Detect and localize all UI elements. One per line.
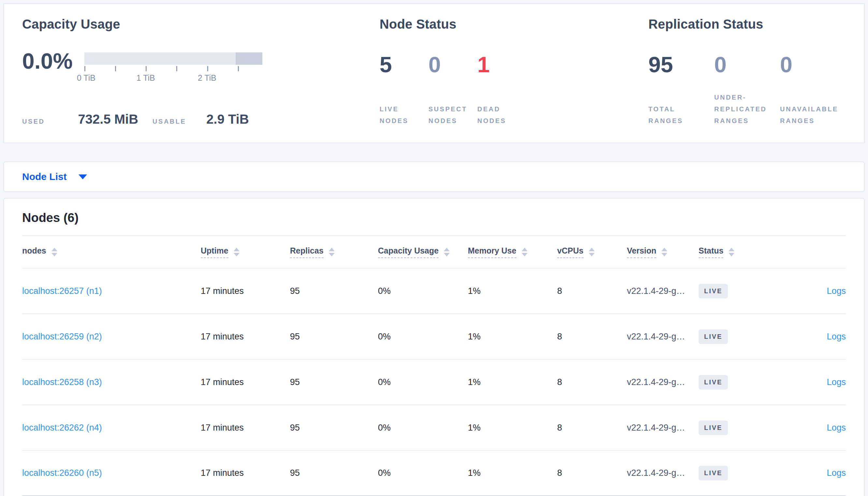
node-status-section: Node Status 5 LIVE NODES 0 SUSPECT NODES… — [379, 17, 648, 142]
sort-icon[interactable] — [661, 248, 667, 257]
sort-icon[interactable] — [444, 248, 450, 257]
status-badge: LIVE — [699, 420, 728, 435]
replicas-cell: 95 — [290, 405, 378, 450]
capacity-usage-cell: 0% — [378, 314, 468, 359]
unavailable-ranges-value: 0 — [780, 52, 846, 77]
nodes-table-card: Nodes (6) nodes Uptime Replicas Capacity… — [3, 198, 865, 496]
under-replicated-ranges-value: 0 — [714, 52, 780, 77]
suspect-nodes-value: 0 — [429, 52, 477, 77]
under-replicated-ranges-label: UNDER-REPLICATED RANGES — [714, 91, 780, 127]
logs-link[interactable]: Logs — [827, 468, 846, 478]
tick-label: 0 TiB — [77, 73, 95, 83]
column-header-vcpus[interactable]: vCPUs — [557, 236, 627, 268]
capacity-usage-cell: 0% — [378, 268, 468, 314]
uptime-cell: 17 minutes — [201, 268, 290, 314]
node-list-dropdown-label[interactable]: Node List — [22, 171, 67, 182]
total-ranges-value: 95 — [648, 52, 714, 77]
live-nodes-value: 5 — [379, 52, 429, 77]
column-header-version[interactable]: Version — [627, 236, 699, 268]
memory-use-cell: 1% — [468, 359, 557, 405]
node-status-title: Node Status — [379, 17, 648, 32]
usable-value: 2.9 TiB — [206, 112, 249, 127]
node-link[interactable]: localhost:26262 (n4) — [22, 423, 102, 433]
replication-status-title: Replication Status — [648, 17, 846, 32]
memory-use-cell: 1% — [468, 450, 557, 496]
node-list-dropdown[interactable]: Node List — [3, 161, 865, 192]
live-nodes-stat: 5 LIVE NODES — [379, 52, 429, 127]
capacity-used-row: USED 732.5 MiB USABLE 2.9 TiB — [22, 112, 379, 127]
replicas-cell: 95 — [290, 359, 378, 405]
used-label: USED — [22, 118, 45, 125]
version-cell: v22.1.4-29-g… — [627, 359, 699, 405]
node-link[interactable]: localhost:26258 (n3) — [22, 377, 102, 387]
table-row: localhost:26262 (n4) 17 minutes 95 0% 1%… — [22, 405, 846, 450]
capacity-bar-nonusable-segment — [236, 52, 262, 65]
vcpus-cell: 8 — [557, 450, 627, 496]
tick-mark — [176, 66, 177, 71]
node-link[interactable]: localhost:26257 (n1) — [22, 286, 102, 296]
table-row: localhost:26259 (n2) 17 minutes 95 0% 1%… — [22, 314, 846, 359]
tick-label: 2 TiB — [198, 73, 216, 83]
version-cell: v22.1.4-29-g… — [627, 450, 699, 496]
column-header-capacity[interactable]: Capacity Usage — [378, 236, 468, 268]
sort-icon[interactable] — [329, 248, 335, 257]
column-header-memory[interactable]: Memory Use — [468, 236, 557, 268]
dead-nodes-label: DEAD NODES — [477, 103, 526, 127]
capacity-usage-cell: 0% — [378, 405, 468, 450]
version-cell: v22.1.4-29-g… — [627, 405, 699, 450]
capacity-bar-ticks — [85, 66, 262, 73]
column-header-status[interactable]: Status — [699, 236, 783, 268]
logs-link[interactable]: Logs — [827, 286, 846, 296]
replication-status-section: Replication Status 95 TOTAL RANGES 0 UND… — [648, 17, 846, 142]
replicas-cell: 95 — [290, 268, 378, 314]
sort-icon[interactable] — [589, 248, 595, 257]
suspect-nodes-label: SUSPECT NODES — [429, 103, 477, 127]
unavailable-ranges-label: UNAVAILABLE RANGES — [780, 103, 846, 127]
unavailable-ranges-stat: 0 UNAVAILABLE RANGES — [780, 52, 846, 127]
table-header-row: nodes Uptime Replicas Capacity Usage Mem… — [22, 236, 846, 268]
capacity-usage-section: Capacity Usage 0.0% — [22, 17, 379, 142]
capacity-usage-cell: 0% — [378, 450, 468, 496]
memory-use-cell: 1% — [468, 314, 557, 359]
table-body: localhost:26257 (n1) 17 minutes 95 0% 1%… — [22, 268, 846, 496]
under-replicated-ranges-stat: 0 UNDER-REPLICATED RANGES — [714, 52, 780, 127]
column-header-replicas[interactable]: Replicas — [290, 236, 378, 268]
vcpus-cell: 8 — [557, 314, 627, 359]
capacity-usage-bar: 0 TiB 1 TiB 2 TiB — [85, 52, 262, 83]
tick-mark — [238, 66, 239, 71]
table-row: localhost:26258 (n3) 17 minutes 95 0% 1%… — [22, 359, 846, 405]
used-value: 732.5 MiB — [78, 112, 138, 127]
usable-label: USABLE — [152, 118, 186, 125]
total-ranges-label: TOTAL RANGES — [648, 103, 714, 127]
tick-mark — [207, 66, 208, 71]
total-ranges-stat: 95 TOTAL RANGES — [648, 52, 714, 127]
vcpus-cell: 8 — [557, 359, 627, 405]
suspect-nodes-stat: 0 SUSPECT NODES — [429, 52, 477, 127]
version-cell: v22.1.4-29-g… — [627, 268, 699, 314]
sort-icon[interactable] — [51, 248, 57, 257]
status-badge: LIVE — [699, 329, 728, 344]
version-cell: v22.1.4-29-g… — [627, 314, 699, 359]
status-badge: LIVE — [699, 466, 728, 480]
sort-icon[interactable] — [234, 248, 239, 257]
dead-nodes-value: 1 — [477, 52, 526, 77]
uptime-cell: 17 minutes — [201, 405, 290, 450]
sort-icon[interactable] — [522, 248, 527, 257]
column-header-uptime[interactable]: Uptime — [201, 236, 290, 268]
status-badge: LIVE — [699, 375, 728, 390]
capacity-usage-cell: 0% — [378, 359, 468, 405]
logs-link[interactable]: Logs — [827, 332, 846, 341]
sort-icon[interactable] — [729, 248, 734, 257]
logs-link[interactable]: Logs — [827, 377, 846, 387]
column-header-node[interactable]: nodes — [22, 236, 201, 268]
node-link[interactable]: localhost:26259 (n2) — [22, 332, 102, 341]
nodes-table: nodes Uptime Replicas Capacity Usage Mem… — [22, 235, 846, 496]
logs-link[interactable]: Logs — [827, 423, 846, 433]
nodes-table-heading: Nodes (6) — [22, 211, 846, 225]
status-badge: LIVE — [699, 284, 728, 298]
capacity-bar-track — [85, 52, 262, 65]
node-link[interactable]: localhost:26260 (n5) — [22, 468, 102, 478]
capacity-bar-tick-labels: 0 TiB 1 TiB 2 TiB — [85, 73, 262, 83]
cluster-overview-page: { "capacity": { "title": "Capacity Usage… — [0, 0, 868, 496]
column-header-logs — [783, 236, 846, 268]
